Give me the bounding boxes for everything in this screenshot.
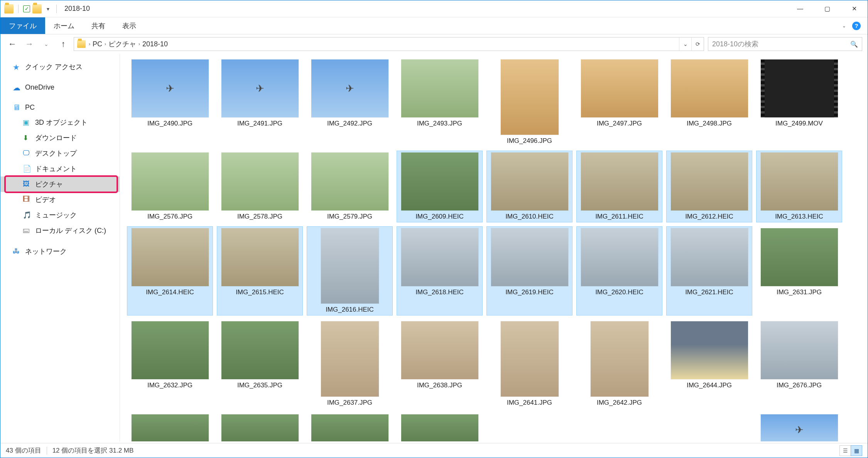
view-thumbnails-button[interactable]: ▦ [851, 445, 862, 456]
file-item[interactable] [397, 412, 483, 441]
breadcrumb-pc[interactable]: PC [90, 40, 105, 48]
file-item[interactable]: IMG_2578.JPG [217, 151, 303, 222]
thumbnail [311, 153, 388, 210]
file-item[interactable]: IMG_2611.HEIC [576, 151, 662, 222]
file-item[interactable]: IMG_2491.JPG [217, 58, 303, 147]
file-item[interactable]: IMG_2641.JPG [486, 319, 572, 409]
file-item[interactable]: IMG_2618.HEIC [397, 226, 483, 316]
file-item[interactable]: IMG_2579.JPG [307, 151, 393, 222]
tab-home[interactable]: ホーム [45, 17, 83, 34]
view-details-button[interactable]: ☰ [839, 445, 851, 456]
thumbnail [581, 228, 658, 286]
file-item[interactable]: IMG_2635.JPG [217, 319, 303, 409]
minimize-button[interactable]: — [787, 0, 814, 17]
breadcrumb-pictures[interactable]: ピクチャ [106, 39, 138, 49]
file-item[interactable]: IMG_2612.HEIC [666, 151, 752, 222]
thumbnail [761, 321, 838, 379]
help-icon[interactable]: ? [852, 22, 861, 30]
nav-local-disk[interactable]: 🖴ローカル ディスク (C:) [0, 223, 120, 238]
file-item[interactable]: IMG_2610.HEIC [486, 151, 572, 222]
file-item[interactable]: IMG_2499.MOV [756, 58, 842, 147]
file-item[interactable]: IMG_2490.JPG [127, 58, 213, 147]
file-item[interactable] [756, 412, 842, 441]
thumbnail [401, 414, 478, 441]
file-item[interactable]: IMG_2631.JPG [756, 226, 842, 316]
nav-quick-access[interactable]: ★クイック アクセス [0, 59, 120, 75]
file-item[interactable]: IMG_2493.JPG [397, 58, 483, 147]
nav-pc[interactable]: 🖥PC [0, 100, 120, 115]
nav-desktop[interactable]: 🖵デスクトップ [0, 146, 120, 161]
thumbnail [491, 153, 568, 210]
tab-file[interactable]: ファイル [0, 17, 45, 34]
video-icon: 🎞 [23, 195, 31, 204]
desktop-icon: 🖵 [23, 149, 31, 158]
nav-onedrive[interactable]: ☁OneDrive [0, 80, 120, 95]
qat-new-folder-icon[interactable] [32, 4, 42, 14]
thumbnail [581, 153, 658, 210]
qat-customize-chevron[interactable]: ▾ [44, 5, 52, 13]
nav-forward-button[interactable]: → [23, 37, 36, 51]
content-area[interactable]: IMG_2490.JPG IMG_2491.JPG IMG_2492.JPG I… [120, 54, 868, 441]
ribbon-collapse-chevron[interactable]: ⌄ [842, 23, 846, 29]
file-item[interactable]: IMG_2497.JPG [576, 58, 662, 147]
nav-downloads[interactable]: ⬇ダウンロード [0, 130, 120, 146]
nav-recent-chevron[interactable]: ⌄ [40, 37, 53, 51]
status-bar: 43 個の項目 12 個の項目を選択 31.2 MB ☰ ▦ [0, 443, 868, 458]
star-icon: ★ [13, 63, 21, 71]
file-item[interactable]: IMG_2615.HEIC [217, 226, 303, 316]
file-item[interactable]: IMG_2620.HEIC [576, 226, 662, 316]
refresh-icon[interactable]: ⟳ [691, 37, 704, 51]
file-item[interactable]: IMG_2616.HEIC [307, 226, 393, 316]
nav-videos[interactable]: 🎞ビデオ [0, 192, 120, 207]
close-button[interactable]: ✕ [841, 0, 868, 17]
file-item[interactable]: IMG_2498.JPG [666, 58, 752, 147]
file-item[interactable]: IMG_2638.JPG [397, 319, 483, 409]
qat-properties-icon[interactable]: ✓ [23, 5, 30, 12]
address-dropdown-chevron[interactable]: ⌄ [679, 37, 691, 51]
breadcrumb-current[interactable]: 2018-10 [140, 40, 170, 48]
file-item[interactable] [307, 412, 393, 441]
tab-share[interactable]: 共有 [83, 17, 114, 34]
maximize-button[interactable]: ▢ [814, 0, 841, 17]
file-item[interactable]: IMG_2644.JPG [666, 319, 752, 409]
file-item[interactable] [127, 412, 213, 441]
file-item[interactable]: IMG_2632.JPG [127, 319, 213, 409]
file-item[interactable]: IMG_2619.HEIC [486, 226, 572, 316]
search-placeholder: 2018-10の検索 [712, 39, 758, 49]
thumbnail [132, 228, 209, 286]
thumbnail [671, 228, 748, 286]
nav-back-button[interactable]: ← [6, 37, 19, 51]
thumbnail [491, 228, 568, 286]
file-item[interactable]: IMG_2609.HEIC [397, 151, 483, 222]
file-item[interactable]: IMG_2637.JPG [307, 319, 393, 409]
thumbnail [132, 153, 209, 210]
file-item[interactable] [217, 412, 303, 441]
title-bar: ✓ ▾ 2018-10 — ▢ ✕ [0, 0, 868, 17]
file-item[interactable]: IMG_2621.HEIC [666, 226, 752, 316]
thumbnail [581, 59, 658, 117]
nav-3d-objects[interactable]: ▣3D オブジェクト [0, 115, 120, 130]
tab-view[interactable]: 表示 [114, 17, 145, 34]
nav-pictures[interactable]: 🖼ピクチャ [0, 176, 120, 192]
search-input[interactable]: 2018-10の検索 🔍 [708, 37, 862, 51]
search-icon: 🔍 [850, 41, 858, 48]
nav-network[interactable]: 🖧ネットワーク [0, 244, 120, 259]
thumbnail [132, 414, 209, 441]
separator [56, 5, 57, 13]
file-item[interactable]: IMG_2642.JPG [576, 319, 662, 409]
file-item[interactable]: IMG_2613.HEIC [756, 151, 842, 222]
status-selection: 12 個の項目を選択 31.2 MB [52, 446, 134, 455]
address-bar[interactable]: › PC › ピクチャ › 2018-10 ⌄ ⟳ [74, 37, 704, 51]
navigation-pane: ★クイック アクセス ☁OneDrive 🖥PC ▣3D オブジェクト ⬇ダウン… [0, 54, 120, 441]
file-item[interactable]: IMG_2676.JPG [756, 319, 842, 409]
file-item[interactable]: IMG_2614.HEIC [127, 226, 213, 316]
nav-documents[interactable]: 📄ドキュメント [0, 161, 120, 176]
thumbnail [761, 414, 838, 441]
file-item[interactable]: IMG_2492.JPG [307, 58, 393, 147]
file-item[interactable]: IMG_2496.JPG [486, 58, 572, 147]
file-item[interactable]: IMG_2576.JPG [127, 151, 213, 222]
window-title: 2018-10 [64, 5, 90, 13]
nav-music[interactable]: 🎵ミュージック [0, 207, 120, 223]
disk-icon: 🖴 [23, 226, 31, 235]
nav-up-button[interactable]: ↑ [57, 37, 70, 51]
